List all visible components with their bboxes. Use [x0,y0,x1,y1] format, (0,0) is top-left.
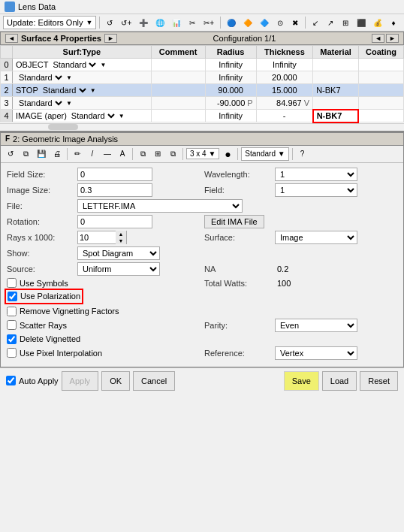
rays-up[interactable]: ▲ [116,231,126,237]
row-material[interactable]: N-BK7 [313,110,359,122]
toolbar-btn-14[interactable]: ↗ [324,16,337,29]
surftype-select[interactable]: Standard [68,110,117,121]
update-dropdown[interactable]: Update: Editors Only ▼ [3,16,96,29]
analysis-standard-dropdown[interactable]: Standard ▼ [241,147,288,161]
wavelength-select[interactable]: 1 [275,168,357,181]
row-surftype[interactable]: Standard ▼ [13,97,152,110]
panel-nav-right[interactable]: ► [104,34,117,43]
config-nav-left[interactable]: ◄ [372,34,384,43]
toolbar-btn-5[interactable]: 📊 [169,16,184,29]
reset-button[interactable]: Reset [360,371,398,391]
source-select[interactable]: Uniform [77,262,160,276]
analysis-btn-copy2[interactable]: ⧉ [136,147,149,161]
panel-nav-left[interactable]: ◄ [5,34,18,43]
toolbar-btn-15[interactable]: ⊞ [339,16,352,29]
row-comment[interactable] [151,71,205,84]
use-pixel-interp-label: Use Pixel Interpolation [20,349,102,358]
field-label: Field: [204,186,272,195]
analysis-btn-pencil[interactable]: ✏ [71,147,84,161]
save-button[interactable]: Save [284,371,319,391]
surftype-select[interactable]: Standard [50,59,98,70]
file-select[interactable]: LETTERF.IMA [77,199,243,213]
toolbar-btn-18[interactable]: ♦ [387,16,400,29]
row-comment[interactable] [151,59,205,71]
toolbar-btn-7[interactable]: ✂+ [200,16,217,29]
rays-input[interactable] [78,231,116,243]
row-surftype[interactable]: OBJECT Standard ▼ [13,59,152,71]
row-comment[interactable] [151,110,205,122]
toolbar-btn-6[interactable]: ✂ [185,16,199,29]
analysis-btn-table[interactable]: ⧉ [166,147,179,161]
analysis-btn-slash[interactable]: / [86,147,99,161]
table-row[interactable]: 2 STOP Standard ▼ 90.000 15.000 N-BK7 [1,84,404,97]
analysis-btn-line[interactable]: — [101,147,114,161]
toolbar-btn-8[interactable]: 🔵 [224,16,239,29]
rotation-input[interactable] [77,215,152,228]
h-scrollbar[interactable] [48,124,78,130]
rays-down[interactable]: ▼ [116,237,126,244]
surftype-select[interactable]: Standard [16,98,65,108]
analysis-btn-text[interactable]: A [116,147,129,161]
table-row[interactable]: 1 Standard ▼ Infinity 20.000 [1,71,404,84]
table-row[interactable]: 0 OBJECT Standard ▼ Infinity Infinity [1,59,404,71]
rays-spinbox[interactable]: ▲ ▼ [77,231,127,244]
toolbar-btn-10[interactable]: 🔷 [257,16,272,29]
surface-select[interactable]: Image [275,231,357,244]
field-size-input[interactable] [77,168,152,181]
cancel-button[interactable]: Cancel [133,371,175,391]
reference-select[interactable]: Vertex [275,346,357,360]
toolbar-btn-1[interactable]: ↺ [103,16,116,29]
row-coating[interactable] [358,84,403,97]
row-material[interactable]: N-BK7 [313,84,359,97]
toolbar-btn-9[interactable]: 🔶 [240,16,255,29]
config-nav-right[interactable]: ► [386,34,399,43]
row-coating[interactable] [358,71,403,84]
row-material[interactable] [313,59,359,71]
surftype-select[interactable]: Standard [40,85,89,95]
analysis-btn-copy1[interactable]: ⧉ [19,147,32,161]
toolbar-btn-17[interactable]: 💰 [370,16,385,29]
table-row[interactable]: 4 IMAGE (aper) Standard ▼ Infinity - N-B… [1,110,404,122]
surftype-select[interactable]: Standard [16,72,65,83]
toolbar-btn-4[interactable]: 🌐 [152,16,167,29]
row-coating[interactable] [358,110,403,122]
toolbar-btn-3[interactable]: ➕ [136,16,151,29]
analysis-layout-label[interactable]: 3 x 4 ▼ [186,148,219,159]
auto-apply-checkbox[interactable] [6,376,16,385]
table-row[interactable]: 3 Standard ▼ -90.000 P 84.967 V [1,97,404,110]
toolbar-btn-2[interactable]: ↺+ [118,16,134,29]
row-surftype[interactable]: IMAGE (aper) Standard ▼ [13,110,152,122]
row-comment[interactable] [151,97,205,110]
edit-ima-button[interactable]: Edit IMA File [204,215,264,228]
row-coating[interactable] [358,97,403,110]
analysis-btn-save[interactable]: 💾 [34,147,49,161]
remove-vignetting-checkbox[interactable] [7,307,17,316]
use-pixel-interp-checkbox[interactable] [7,348,17,358]
apply-button[interactable]: Apply [62,371,99,391]
image-size-input[interactable] [77,183,152,197]
load-button[interactable]: Load [322,371,357,391]
row-comment[interactable] [151,84,205,97]
toolbar-btn-11[interactable]: ⊙ [273,16,287,29]
analysis-btn-grid[interactable]: ⊞ [151,147,164,161]
row-material[interactable] [313,71,359,84]
use-symbols-checkbox[interactable] [7,278,17,288]
analysis-btn-refresh[interactable]: ↺ [4,147,17,161]
row-surftype[interactable]: Standard ▼ [13,71,152,84]
analysis-btn-help[interactable]: ? [296,147,309,161]
show-select[interactable]: Spot Diagram [77,246,160,260]
row-surftype[interactable]: STOP Standard ▼ [13,84,152,97]
toolbar-btn-13[interactable]: ↙ [309,16,322,29]
toolbar-btn-16[interactable]: ⬛ [354,16,369,29]
scatter-rays-checkbox[interactable] [7,320,17,330]
analysis-btn-print[interactable]: 🖨 [50,147,64,161]
field-select[interactable]: 1 [275,183,357,197]
ok-button[interactable]: OK [101,371,130,391]
toolbar-btn-12[interactable]: ✖ [288,16,302,29]
delete-vignetted-checkbox[interactable] [7,334,17,344]
row-coating[interactable] [358,59,403,71]
analysis-btn-update[interactable]: ● [221,147,234,161]
parity-select[interactable]: Even [275,319,357,332]
row-material[interactable] [313,97,359,110]
use-polarization-checkbox[interactable] [8,292,17,301]
